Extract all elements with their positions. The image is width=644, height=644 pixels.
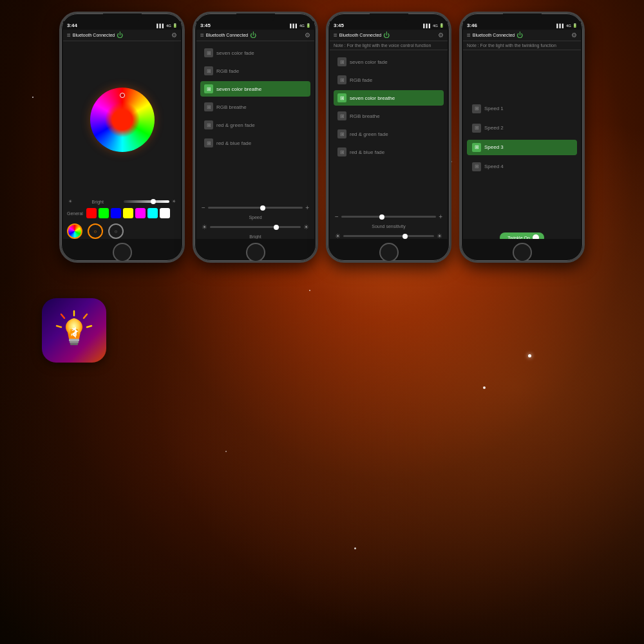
note-banner-twinkle: Note : For the light with the twinkling …: [463, 41, 581, 50]
home-button-music[interactable]: [379, 243, 399, 262]
speed-item-0[interactable]: ⊞ Speed 1: [467, 101, 577, 117]
mode-item-1[interactable]: ⊞ RGB fade: [200, 63, 310, 79]
mode-item-3[interactable]: ⊞ RGB breathe: [200, 99, 310, 115]
menu-icon-music: ≡: [334, 32, 337, 39]
bulb-svg: ⬡ 📶: [52, 308, 97, 353]
mode-icon-3: ⊞: [204, 102, 213, 111]
mode-rainbow-circle[interactable]: [67, 223, 82, 239]
svg-line-2: [87, 326, 91, 327]
speed-slider[interactable]: [208, 207, 303, 209]
phone-twinkle: 3:46 ▌▌▌4G🔋 ≡ Bluetooth Connected ⏻ ⚙: [459, 12, 585, 279]
twinkle-toggle-button[interactable]: Twinkle On: [500, 232, 544, 239]
power-icon-dynamic: ⏻: [250, 32, 256, 39]
status-bar-static: 3:44 ▌▌▌ 4G 🔋: [63, 21, 181, 30]
mode-item-4[interactable]: ⊞ red & green fade: [200, 117, 310, 133]
gear-icon-twinkle: ⚙: [571, 32, 577, 39]
music-item-1[interactable]: ⊞ RGB fade: [334, 72, 444, 88]
mode-cool-circle[interactable]: ○: [108, 223, 124, 239]
svg-rect-7: [70, 343, 78, 345]
mode-item-0[interactable]: ⊞ seven color fade: [200, 45, 310, 61]
sound-sensitivity-label: Sound sensitivity: [335, 224, 442, 229]
status-icons-dynamic: ▌▌▌4G🔋: [290, 23, 310, 28]
color-wheel-area[interactable]: [63, 41, 181, 198]
mode-item-5[interactable]: ⊞ red & blue fade: [200, 135, 310, 151]
svg-line-3: [61, 314, 64, 318]
music-item-3[interactable]: ⊞ RGB breathe: [334, 108, 444, 124]
swatch-red[interactable]: [86, 208, 97, 218]
gear-icon-static: ⚙: [171, 32, 177, 39]
home-button-dynamic[interactable]: [246, 243, 265, 262]
sound-control: − +: [335, 213, 442, 220]
color-modes: ○ ○: [63, 221, 181, 239]
bright-slider-music[interactable]: [343, 235, 434, 237]
svg-rect-5: [69, 339, 79, 341]
swatch-cyan[interactable]: [147, 208, 158, 218]
speed-item-2[interactable]: ⊞ Speed 3: [467, 140, 577, 155]
music-item-0[interactable]: ⊞ seven color fade: [334, 54, 444, 70]
bright-control-dynamic: ☀ ☀: [202, 223, 309, 231]
music-item-2[interactable]: ⊞ seven color breathe: [334, 90, 444, 106]
status-time-dynamic: 3:45: [200, 23, 211, 28]
home-button-static[interactable]: [113, 243, 132, 262]
speed-item-1[interactable]: ⊞ Speed 2: [467, 120, 577, 136]
color-screen: ☀ Bright ☀ General: [63, 41, 181, 239]
bright-minus-music[interactable]: ☀: [335, 232, 341, 239]
music-item-4[interactable]: ⊞ red & green fade: [334, 126, 444, 142]
header-title-twinkle: Bluetooth Connected: [473, 33, 515, 37]
bright-slider-dynamic[interactable]: [210, 226, 301, 228]
gear-icon-music: ⚙: [438, 32, 444, 39]
sound-plus[interactable]: +: [439, 213, 442, 220]
general-label: General: [67, 211, 83, 216]
bright-plus-dynamic[interactable]: ☀: [303, 223, 309, 231]
speed-list: ⊞ Speed 1 ⊞ Speed 2 ⊞ Speed 3: [463, 50, 581, 225]
color-wheel[interactable]: [90, 88, 155, 152]
sound-slider[interactable]: [341, 216, 436, 218]
mode-warm-circle[interactable]: ○: [88, 223, 103, 239]
app-header-dynamic: ≡ Bluetooth Connected ⏻ ⚙: [196, 30, 314, 41]
mode-icon-5: ⊞: [204, 138, 213, 147]
status-time-music: 3:45: [334, 23, 344, 28]
screen-music: 3:45 ▌▌▌4G🔋 ≡ Bluetooth Connected ⏻ ⚙: [330, 21, 448, 239]
sound-thumb: [379, 214, 384, 220]
mode-icon-1: ⊞: [204, 66, 213, 75]
twinkle-toggle-area: Twinkle On: [463, 225, 581, 239]
mode-list-dynamic: ⊞ seven color fade ⊞ RGB fade ⊞ seven co…: [196, 41, 314, 202]
app-header-music: ≡ Bluetooth Connected ⏻ ⚙: [330, 30, 448, 41]
speed-plus[interactable]: +: [305, 204, 309, 211]
home-button-twinkle[interactable]: [513, 243, 532, 262]
swatch-green[interactable]: [99, 208, 109, 218]
status-bar-twinkle: 3:46 ▌▌▌4G🔋: [463, 21, 581, 30]
bright-slider[interactable]: [124, 200, 170, 203]
bright-row-static: ☀ Bright ☀: [63, 198, 181, 205]
app-header-static: ≡ Bluetooth Connected ⏻ ⚙: [63, 30, 181, 41]
phone-mockup-dynamic: 3:45 ▌▌▌4G🔋 ≡ Bluetooth Connected ⏻ ⚙: [193, 12, 318, 263]
speed-thumb: [260, 205, 265, 211]
svg-line-1: [84, 314, 87, 318]
swatch-blue[interactable]: [111, 208, 121, 218]
phone-mockup-static: 3:44 ▌▌▌ 4G 🔋 ≡ Bluetooth Connected ⏻: [59, 12, 185, 263]
phone-mockup-twinkle: 3:46 ▌▌▌4G🔋 ≡ Bluetooth Connected ⏻ ⚙: [459, 12, 585, 263]
status-bar-music: 3:45 ▌▌▌4G🔋: [330, 21, 448, 30]
menu-icon-dynamic: ≡: [200, 32, 204, 39]
gear-icon-dynamic: ⚙: [305, 32, 310, 39]
sound-minus[interactable]: −: [335, 213, 339, 220]
power-icon-static: ⏻: [117, 32, 123, 39]
speed-minus[interactable]: −: [202, 204, 205, 211]
speed-label: Speed: [202, 215, 309, 220]
bright-minus-dynamic[interactable]: ☀: [202, 223, 207, 231]
swatch-white[interactable]: [160, 208, 170, 218]
screen-dynamic: 3:45 ▌▌▌4G🔋 ≡ Bluetooth Connected ⏻ ⚙: [196, 21, 314, 239]
swatch-yellow[interactable]: [123, 208, 133, 218]
speed-item-3[interactable]: ⊞ Speed 4: [467, 159, 577, 175]
phone-dynamic: 3:45 ▌▌▌4G🔋 ≡ Bluetooth Connected ⏻ ⚙: [193, 12, 318, 279]
music-item-5[interactable]: ⊞ red & blue fade: [334, 144, 444, 160]
phone-music: 3:45 ▌▌▌4G🔋 ≡ Bluetooth Connected ⏻ ⚙: [326, 12, 451, 279]
swatch-magenta[interactable]: [135, 208, 146, 218]
screen-static: 3:44 ▌▌▌ 4G 🔋 ≡ Bluetooth Connected ⏻: [63, 21, 181, 239]
mode-item-2[interactable]: ⊞ seven color breathe: [200, 81, 310, 97]
mode-controls-dynamic: − + Speed ☀: [196, 202, 314, 239]
mode-screen-music: ⊞ seven color fade ⊞ RGB fade ⊞ seven co…: [330, 50, 448, 239]
status-icons-static: ▌▌▌ 4G 🔋: [156, 23, 177, 28]
status-bar-dynamic: 3:45 ▌▌▌4G🔋: [196, 21, 314, 30]
bright-plus-music[interactable]: ☀: [437, 232, 442, 239]
